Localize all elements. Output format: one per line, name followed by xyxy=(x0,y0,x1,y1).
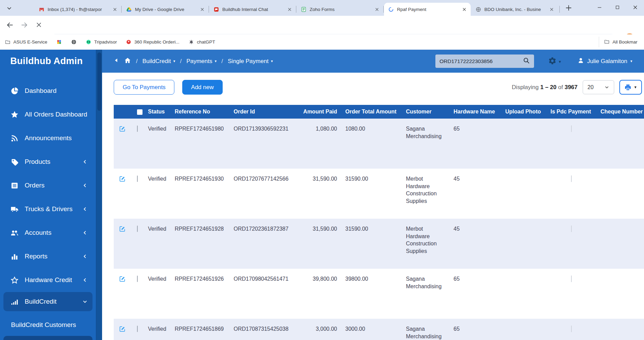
caret-down-icon: ▾ xyxy=(271,59,273,63)
tab-zoho-forms[interactable]: Zoho Forms xyxy=(297,3,383,16)
bookmark-tripadvisor[interactable]: Tripadvisor xyxy=(86,39,117,45)
row-checkbox[interactable] xyxy=(137,175,138,182)
sidebar-item-trucks-drivers[interactable]: Trucks & Drivers xyxy=(3,200,92,218)
bookmark-colored-grid[interactable] xyxy=(56,39,62,45)
chat-app-icon xyxy=(213,7,219,12)
select-all-checkbox[interactable] xyxy=(137,109,143,115)
tab-rpaf-payment-active[interactable]: Rpaf Payment xyxy=(384,3,471,16)
sidebar-item-partial[interactable] xyxy=(3,336,92,340)
amount-paid-cell: 1,080.00 xyxy=(299,119,341,169)
edit-icon[interactable] xyxy=(119,328,126,334)
back-button[interactable] xyxy=(6,21,14,29)
edit-cell xyxy=(114,269,133,319)
breadcrumb-label: BuildCredit xyxy=(143,58,171,65)
row-checkbox[interactable] xyxy=(137,276,138,282)
maximize-button[interactable] xyxy=(608,0,626,14)
top-navbar: / BuildCredit▾ / Payments▾ / Single Paym… xyxy=(102,50,644,73)
sidebar-item-buildcredit-customers[interactable]: BuildCredit Customers xyxy=(3,316,92,334)
status-cell: Verified xyxy=(144,119,171,169)
add-new-button[interactable]: Add new xyxy=(182,80,223,95)
minimize-button[interactable] xyxy=(591,0,608,14)
google-drive-icon xyxy=(126,7,132,12)
sidebar-item-buildcredit[interactable]: BuildCredit xyxy=(3,292,92,311)
page-size-select[interactable]: 20 xyxy=(583,80,614,94)
sidebar-item-reports[interactable]: Reports xyxy=(3,247,92,265)
cheque-number-cell xyxy=(596,169,644,219)
home-icon[interactable] xyxy=(124,57,131,66)
reference-no-cell: RPREF1724651869 xyxy=(171,319,230,340)
row-checkbox[interactable] xyxy=(137,326,138,332)
close-window-button[interactable] xyxy=(626,0,644,14)
close-icon[interactable] xyxy=(199,7,205,12)
table-row: Verified RPREF1724651869 ORD170873154250… xyxy=(114,319,644,340)
search-icon[interactable] xyxy=(523,57,530,65)
amount-paid-cell: 3,000.00 xyxy=(299,319,341,340)
forward-button[interactable] xyxy=(21,21,28,29)
edit-icon[interactable] xyxy=(119,178,126,184)
bar-chart-icon xyxy=(10,252,19,261)
sidebar-item-dashboard[interactable]: Dashboard xyxy=(3,82,92,100)
bookmark-asus-eservice[interactable]: ASUS E-Service xyxy=(5,39,47,45)
sidebar-item-label: Dashboard xyxy=(25,87,57,95)
users-icon xyxy=(10,229,19,237)
edit-icon[interactable] xyxy=(119,278,126,284)
stop-loading-button[interactable] xyxy=(35,21,43,29)
sidebar-item-announcements[interactable]: Announcements xyxy=(3,129,92,147)
tab-buildhub-chat[interactable]: Buildhub Internal Chat xyxy=(209,3,296,16)
pdc-checkbox[interactable] xyxy=(571,276,572,282)
displaying-range: 1 – 20 xyxy=(540,84,556,90)
sidebar-item-products[interactable]: Products xyxy=(3,153,92,171)
order-id-cell: ORD17202361872387 xyxy=(230,219,299,269)
edit-icon[interactable] xyxy=(119,128,126,134)
row-checkbox[interactable] xyxy=(137,125,138,132)
customer-cell: Sagana Merchandising xyxy=(402,269,449,319)
checkbox-cell xyxy=(133,169,144,219)
tab-bdo-unibank[interactable]: BDO Unibank, Inc. - Busine xyxy=(471,3,558,16)
all-bookmarks-button[interactable]: All Bookmar xyxy=(599,37,644,47)
caret-down-icon: ▾ xyxy=(215,59,217,63)
sidebar-item-accounts[interactable]: Accounts xyxy=(3,224,92,242)
sidebar-item-hardware-credit[interactable]: Hardware Credit xyxy=(3,271,92,289)
close-icon[interactable] xyxy=(112,7,118,12)
bookmark-label: chatGPT xyxy=(197,39,215,45)
tab-google-drive[interactable]: My Drive - Google Drive xyxy=(122,3,209,16)
pdc-checkbox[interactable] xyxy=(571,175,572,182)
window-controls xyxy=(591,0,644,14)
chevron-left-icon xyxy=(82,253,88,260)
breadcrumb-buildcredit[interactable]: BuildCredit▾ xyxy=(143,58,175,65)
upload-photo-cell xyxy=(501,319,546,340)
sidebar-scrollbar[interactable] xyxy=(96,50,102,340)
close-icon[interactable] xyxy=(374,7,380,12)
go-to-payments-button[interactable]: Go To Payments xyxy=(114,80,174,95)
pdc-checkbox[interactable] xyxy=(571,326,572,332)
new-tab-button[interactable] xyxy=(565,4,573,12)
breadcrumb-single-payment[interactable]: Single Payment▾ xyxy=(228,58,273,65)
colored-grid-icon xyxy=(56,39,62,45)
tab-search-icon[interactable] xyxy=(5,4,13,12)
tab-gmail[interactable]: Inbox (1,374) - fh@starpor xyxy=(35,3,121,16)
bookmark-360-republic[interactable]: 360 Republic Orderi... xyxy=(126,39,179,45)
bookmark-globe[interactable] xyxy=(71,39,77,45)
print-button[interactable]: ▼ xyxy=(619,80,642,95)
pdc-checkbox[interactable] xyxy=(571,125,572,132)
user-menu[interactable]: Julie Galamiton ▾ xyxy=(578,50,632,73)
close-icon[interactable] xyxy=(461,7,467,12)
settings-menu[interactable]: ▼ xyxy=(548,57,562,66)
main-area: / BuildCredit▾ / Payments▾ / Single Paym… xyxy=(102,50,644,340)
bookmark-chatgpt[interactable]: chatGPT xyxy=(188,39,215,45)
search-input[interactable] xyxy=(439,58,523,64)
reference-no-cell: RPREF1724651980 xyxy=(171,119,230,169)
status-cell: Verified xyxy=(144,269,171,319)
pdc-checkbox[interactable] xyxy=(571,226,572,232)
content-area: Go To Payments Add new Displaying 1 – 20… xyxy=(102,73,644,340)
breadcrumb-back-arrow[interactable] xyxy=(114,58,119,65)
scrollbar-thumb[interactable] xyxy=(97,52,101,111)
row-checkbox[interactable] xyxy=(137,226,138,232)
breadcrumb-payments[interactable]: Payments▾ xyxy=(186,58,216,65)
close-icon[interactable] xyxy=(549,7,555,12)
chevron-down-icon xyxy=(604,85,609,90)
edit-icon[interactable] xyxy=(119,228,126,234)
close-icon[interactable] xyxy=(287,7,293,12)
sidebar-item-orders[interactable]: Orders xyxy=(3,177,92,194)
sidebar-item-all-orders-dashboard[interactable]: All Orders Dashboard xyxy=(3,106,92,123)
